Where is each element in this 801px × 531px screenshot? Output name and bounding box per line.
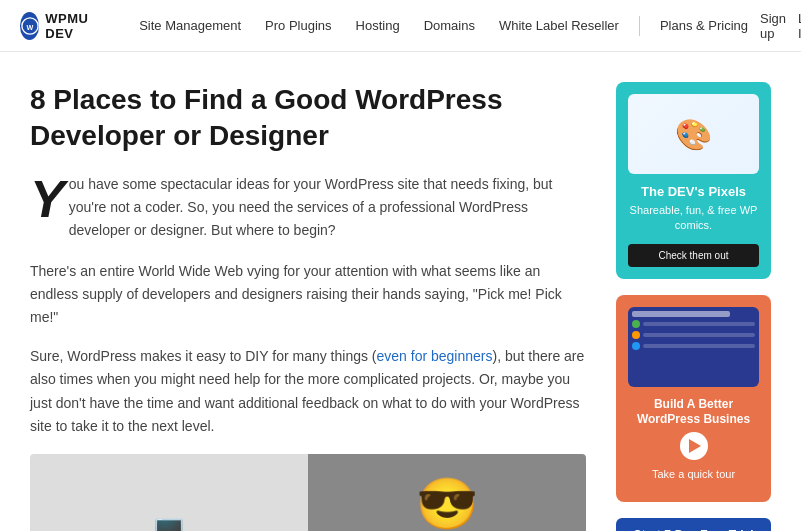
auth-links: Sign up Log In: [760, 11, 801, 41]
business-card-title: Build A Better WordPress Busines: [628, 397, 759, 428]
nav-domains[interactable]: Domains: [412, 0, 487, 52]
beginners-link[interactable]: even for beginners: [377, 348, 493, 364]
image-right: 😎: [308, 454, 586, 531]
article-para3: Sure, WordPress makes it easy to DIY for…: [30, 345, 586, 437]
laptop-illustration: 💻: [149, 511, 189, 531]
play-button[interactable]: [680, 432, 708, 460]
comics-illustration: 🎨: [628, 94, 759, 174]
comics-card-title: The DEV's Pixels: [628, 184, 759, 199]
business-card-desc: Take a quick tour: [628, 468, 759, 480]
nav-divider: [639, 16, 640, 36]
intro-text: ou have some spectacular ideas for your …: [69, 176, 553, 238]
logo-text: WPMU DEV: [45, 11, 97, 41]
business-illustration: [628, 307, 759, 387]
sidebar-card-comics: 🎨 The DEV's Pixels Shareable, fun, & fre…: [616, 82, 771, 279]
dash-row-4: [632, 342, 755, 350]
character-illustration: 😎: [416, 479, 478, 529]
dash-line-1: [643, 322, 755, 326]
logo-icon: W: [20, 12, 39, 40]
check-them-out-button[interactable]: Check them out: [628, 244, 759, 267]
article-para2: There's an entire World Wide Web vying f…: [30, 260, 586, 329]
sidebar-column: 🎨 The DEV's Pixels Shareable, fun, & fre…: [616, 82, 771, 531]
trial-button[interactable]: Start 7-Day Free Trial: [616, 518, 771, 531]
article-image-strip: 💻 😎: [30, 454, 586, 531]
article-column: 8 Places to Find a Good WordPress Develo…: [30, 82, 586, 531]
dash-row-1: [632, 311, 755, 317]
dash-line-3: [643, 344, 755, 348]
nav-hosting[interactable]: Hosting: [344, 0, 412, 52]
comics-card-desc: Shareable, fun, & free WP comics.: [628, 203, 759, 234]
image-left-bg: 💻: [30, 454, 308, 531]
image-left: 💻: [30, 454, 308, 531]
sidebar-card-business: Build A Better WordPress Busines Take a …: [616, 295, 771, 502]
drop-cap: Y: [30, 179, 65, 221]
dashboard-image: [628, 307, 759, 387]
dash-bar-1: [632, 311, 730, 317]
image-right-bg: 😎: [308, 454, 586, 531]
play-icon: [689, 439, 701, 453]
dash-row-3: [632, 331, 755, 339]
main-nav: Site Management Pro Plugins Hosting Doma…: [127, 0, 760, 52]
article-title: 8 Places to Find a Good WordPress Develo…: [30, 82, 586, 155]
nav-plans-pricing[interactable]: Plans & Pricing: [648, 0, 760, 52]
dash-line-2: [643, 333, 755, 337]
main-container: 8 Places to Find a Good WordPress Develo…: [0, 52, 801, 531]
logo[interactable]: W WPMU DEV: [20, 11, 97, 41]
article-intro: Y ou have some spectacular ideas for you…: [30, 173, 586, 242]
nav-pro-plugins[interactable]: Pro Plugins: [253, 0, 343, 52]
comic-image: 🎨: [628, 94, 759, 174]
nav-site-management[interactable]: Site Management: [127, 0, 253, 52]
site-header: W WPMU DEV Site Management Pro Plugins H…: [0, 0, 801, 52]
sign-up-link[interactable]: Sign up: [760, 11, 786, 41]
dash-dot-3: [632, 342, 640, 350]
dash-row-2: [632, 320, 755, 328]
svg-text:W: W: [26, 22, 33, 31]
comic-figure: 🎨: [675, 117, 712, 152]
nav-white-label[interactable]: White Label Reseller: [487, 0, 631, 52]
dash-dot-2: [632, 331, 640, 339]
dash-dot-1: [632, 320, 640, 328]
